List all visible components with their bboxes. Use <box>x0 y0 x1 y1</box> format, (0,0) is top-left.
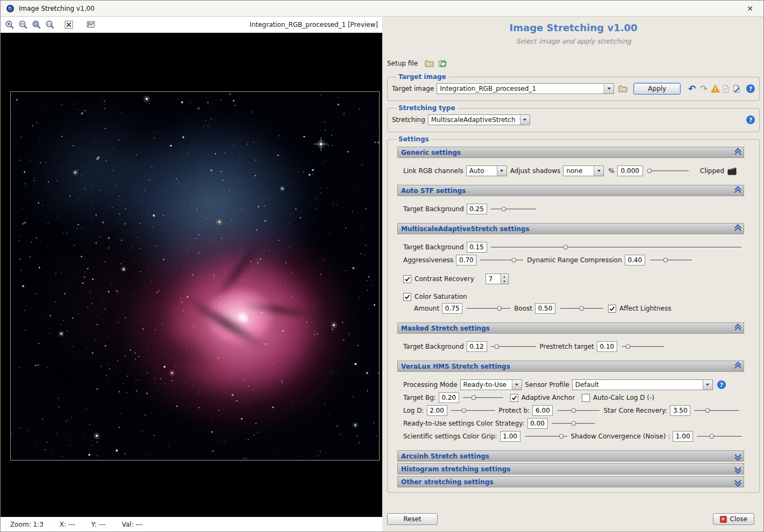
masked-target-background-slider[interactable] <box>490 341 537 352</box>
masked-target-background-input[interactable] <box>467 341 487 352</box>
shadows-percent-input[interactable] <box>617 166 643 176</box>
affect-lightness-checkbox[interactable] <box>608 305 616 313</box>
target-image-combo[interactable]: Integration_RGB_processed_1 <box>437 83 614 94</box>
close-x-icon: ✕ <box>720 516 727 523</box>
shadows-percent-slider[interactable] <box>647 166 689 176</box>
collapse-up-icon[interactable] <box>736 225 740 233</box>
section-masked-stretch-settings[interactable]: Masked Stretch settings <box>397 322 744 334</box>
star-core-recovery-input[interactable] <box>670 405 690 416</box>
section-other-settings[interactable]: Other stretching settings <box>397 476 744 487</box>
log-d-input[interactable] <box>427 405 447 416</box>
prestretch-slider[interactable] <box>622 341 665 352</box>
zoom-in-icon[interactable] <box>4 19 16 31</box>
collapse-up-icon[interactable] <box>736 149 740 156</box>
expand-down-icon[interactable] <box>736 465 740 473</box>
star-core-recovery-slider[interactable] <box>694 405 740 416</box>
reset-button[interactable]: Reset <box>387 513 438 525</box>
adjust-shadows-combo[interactable]: none <box>563 166 604 176</box>
sensor-profile-label: Sensor Profile <box>525 381 569 389</box>
contrast-recovery-input[interactable] <box>485 274 501 284</box>
expand-down-icon[interactable] <box>736 452 740 460</box>
mas-target-background-slider[interactable] <box>490 242 742 253</box>
section-mas-settings[interactable]: MultiscaleAdaptiveStretch settings <box>397 223 744 234</box>
controls-panel: Image Stretching v1.00 Select image and … <box>382 17 764 531</box>
stretching-combo[interactable]: MultiscaleAdaptiveStretch <box>428 114 530 125</box>
warning-icon <box>710 83 720 94</box>
color-saturation-checkbox[interactable] <box>403 293 411 301</box>
snapshot-icon[interactable] <box>720 83 731 94</box>
drc-slider[interactable] <box>649 255 692 265</box>
close-preview-icon[interactable] <box>63 19 75 31</box>
setup-folder-icon[interactable] <box>424 58 434 69</box>
auto-stf-target-background-input[interactable] <box>467 204 487 214</box>
link-rgb-combo[interactable]: Auto <box>466 166 507 176</box>
section-veralux-settings[interactable]: VeraLux HMS Stretch settings <box>397 361 744 372</box>
help-icon[interactable]: ? <box>746 84 755 93</box>
processing-mode-label: Processing Mode <box>403 381 458 389</box>
protect-b-slider[interactable] <box>557 405 600 416</box>
undo-icon[interactable]: ↶ <box>686 84 698 94</box>
protect-b-input[interactable] <box>532 405 553 416</box>
sci-color-grip-input[interactable] <box>500 431 520 442</box>
edit-script-icon[interactable] <box>731 83 742 94</box>
zoom-fit-icon[interactable] <box>31 19 42 31</box>
help-icon[interactable]: ? <box>717 380 726 389</box>
spin-up-icon[interactable] <box>501 274 508 279</box>
section-arcsinh-settings[interactable]: Arcsinh Stretch settings <box>397 450 744 462</box>
dialog-footer: Reset ✕ Close <box>387 513 760 526</box>
drc-input[interactable] <box>625 255 645 265</box>
ready-color-strategy-slider[interactable] <box>551 418 595 429</box>
preview-title: Integration_RGB_processed_1 [Preview] <box>249 21 379 28</box>
zoom-one-to-one-icon[interactable]: 1:1 <box>44 19 56 31</box>
clipped-readout-icon[interactable] <box>727 166 738 176</box>
zoom-out-icon[interactable] <box>17 19 29 31</box>
veralux-target-bg-input[interactable] <box>439 392 459 403</box>
window-close-button[interactable]: ✕ <box>742 4 758 13</box>
section-histogram-settings[interactable]: Histogram stretching settings <box>397 463 744 475</box>
amount-slider[interactable] <box>466 303 511 314</box>
titlebar: Image Stretching v1.00 ✕ <box>1 1 763 17</box>
collapse-up-icon[interactable] <box>736 325 740 332</box>
section-auto-stf-settings[interactable]: Auto STF settings <box>397 185 744 196</box>
browse-image-folder-icon[interactable] <box>617 83 628 94</box>
veralux-target-bg-slider[interactable] <box>462 392 504 403</box>
setup-file-row: Setup file <box>387 58 760 69</box>
target-image-combo-value: Integration_RGB_processed_1 <box>437 85 604 92</box>
help-icon[interactable]: ? <box>746 116 755 124</box>
log-d-slider[interactable] <box>451 405 496 416</box>
preview-canvas[interactable] <box>1 33 382 517</box>
processing-mode-combo[interactable]: Ready-to-Use <box>460 379 522 390</box>
auto-stf-row: Target Background <box>403 203 755 215</box>
collapse-up-icon[interactable] <box>736 187 740 195</box>
ready-color-strategy-input[interactable] <box>527 418 548 429</box>
shadow-convergence-slider[interactable] <box>696 431 742 442</box>
contrast-recovery-spinner[interactable] <box>485 274 509 284</box>
masked-stretch-row: Target Background Prestretch target <box>403 341 755 353</box>
mas-target-background-input[interactable] <box>467 242 487 253</box>
setup-export-icon[interactable] <box>438 58 448 69</box>
sci-color-grip-slider[interactable] <box>525 431 568 442</box>
close-button[interactable]: ✕ Close <box>713 513 755 525</box>
auto-stf-target-background-slider[interactable] <box>490 204 537 214</box>
adaptive-anchor-checkbox[interactable] <box>510 394 518 402</box>
expand-down-icon[interactable] <box>736 478 740 486</box>
spin-down-icon[interactable] <box>501 279 508 284</box>
collapse-up-icon[interactable] <box>736 363 740 370</box>
app-window: Image Stretching v1.00 ✕ 1:1 <box>0 0 764 532</box>
prestretch-input[interactable] <box>597 341 617 352</box>
shadow-convergence-input[interactable] <box>673 431 693 442</box>
apply-button[interactable]: Apply <box>633 83 681 95</box>
amount-input[interactable] <box>442 303 462 314</box>
stf-autostretch-icon[interactable] <box>85 19 97 31</box>
aggressiveness-slider[interactable] <box>480 255 524 265</box>
contrast-recovery-checkbox[interactable] <box>403 275 411 283</box>
color-saturation-label: Color Saturation <box>415 293 467 300</box>
stretching-combo-value: MultiscaleAdaptiveStretch <box>429 116 520 124</box>
veralux-target-bg-row: Target Bg: Adaptive Anchor Auto-Calc Log… <box>403 392 755 404</box>
aggressiveness-input[interactable] <box>456 255 476 265</box>
boost-slider[interactable] <box>560 303 604 314</box>
auto-calc-log-d-checkbox[interactable] <box>582 394 590 402</box>
sensor-profile-combo[interactable]: Default <box>572 379 713 390</box>
section-generic-settings[interactable]: Generic settings <box>397 147 744 158</box>
boost-input[interactable] <box>535 303 555 314</box>
